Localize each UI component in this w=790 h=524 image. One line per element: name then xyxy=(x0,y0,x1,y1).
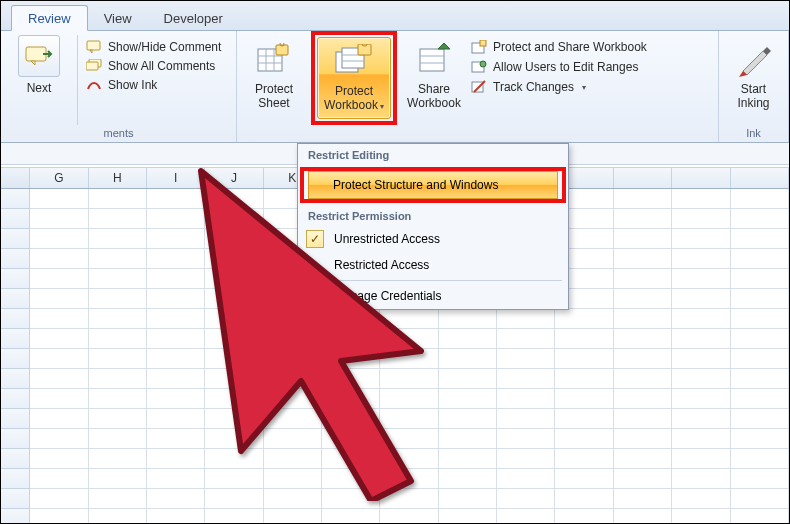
row-header[interactable] xyxy=(1,389,30,409)
cell[interactable] xyxy=(322,309,380,329)
cell[interactable] xyxy=(380,409,438,429)
cell[interactable] xyxy=(147,489,205,509)
cell[interactable] xyxy=(731,369,789,389)
show-ink-button[interactable]: Show Ink xyxy=(86,77,221,93)
column-header-blank[interactable] xyxy=(731,168,789,188)
cell[interactable] xyxy=(30,489,88,509)
cell[interactable] xyxy=(614,409,672,429)
cell[interactable] xyxy=(147,249,205,269)
cell[interactable] xyxy=(731,349,789,369)
row-header[interactable] xyxy=(1,209,30,229)
protect-sheet-button[interactable]: ProtectSheet xyxy=(245,35,303,115)
cell[interactable] xyxy=(205,329,263,349)
cell[interactable] xyxy=(731,509,789,523)
cell[interactable] xyxy=(322,429,380,449)
cell[interactable] xyxy=(672,349,730,369)
cell[interactable] xyxy=(672,189,730,209)
cell[interactable] xyxy=(614,309,672,329)
cell[interactable] xyxy=(380,469,438,489)
cell[interactable] xyxy=(731,189,789,209)
cell[interactable] xyxy=(30,249,88,269)
cell[interactable] xyxy=(205,249,263,269)
cell[interactable] xyxy=(30,289,88,309)
cell[interactable] xyxy=(322,369,380,389)
cell[interactable] xyxy=(497,309,555,329)
cell[interactable] xyxy=(30,469,88,489)
cell[interactable] xyxy=(147,209,205,229)
cell[interactable] xyxy=(614,229,672,249)
cell[interactable] xyxy=(89,289,147,309)
row-header[interactable] xyxy=(1,429,30,449)
cell[interactable] xyxy=(672,209,730,229)
cell[interactable] xyxy=(147,309,205,329)
cell[interactable] xyxy=(147,429,205,449)
cell[interactable] xyxy=(672,289,730,309)
row-header[interactable] xyxy=(1,309,30,329)
cell[interactable] xyxy=(497,489,555,509)
cell[interactable] xyxy=(555,409,613,429)
row-header[interactable] xyxy=(1,369,30,389)
column-header-blank[interactable] xyxy=(614,168,672,188)
cell[interactable] xyxy=(89,469,147,489)
cell[interactable] xyxy=(205,509,263,523)
cell[interactable] xyxy=(264,309,322,329)
cell[interactable] xyxy=(555,389,613,409)
cell[interactable] xyxy=(205,409,263,429)
cell[interactable] xyxy=(264,429,322,449)
cell[interactable] xyxy=(264,489,322,509)
cell[interactable] xyxy=(30,409,88,429)
protect-and-share-button[interactable]: Protect and Share Workbook xyxy=(471,39,647,55)
start-inking-button[interactable]: StartInking xyxy=(727,35,780,115)
cell[interactable] xyxy=(322,509,380,523)
cell[interactable] xyxy=(205,469,263,489)
cell[interactable] xyxy=(322,449,380,469)
cell[interactable] xyxy=(614,189,672,209)
cell[interactable] xyxy=(89,189,147,209)
cell[interactable] xyxy=(147,389,205,409)
cell[interactable] xyxy=(672,329,730,349)
row-header[interactable] xyxy=(1,269,30,289)
select-all-corner[interactable] xyxy=(1,168,30,188)
cell[interactable] xyxy=(30,309,88,329)
cell[interactable] xyxy=(30,229,88,249)
cell[interactable] xyxy=(614,449,672,469)
menu-unrestricted-access[interactable]: ✓ Unrestricted Access xyxy=(298,226,568,252)
cell[interactable] xyxy=(672,449,730,469)
row-header[interactable] xyxy=(1,229,30,249)
cell[interactable] xyxy=(497,329,555,349)
cell[interactable] xyxy=(731,309,789,329)
cell[interactable] xyxy=(614,269,672,289)
share-workbook-button[interactable]: ShareWorkbook xyxy=(405,35,463,115)
cell[interactable] xyxy=(322,409,380,429)
column-header-H[interactable]: H xyxy=(89,168,147,188)
cell[interactable] xyxy=(555,449,613,469)
cell[interactable] xyxy=(731,209,789,229)
cell[interactable] xyxy=(89,389,147,409)
cell[interactable] xyxy=(614,509,672,523)
cell[interactable] xyxy=(614,389,672,409)
next-comment-button[interactable] xyxy=(18,35,60,77)
cell[interactable] xyxy=(147,269,205,289)
cell[interactable] xyxy=(614,369,672,389)
menu-protect-structure-windows[interactable]: Protect Structure and Windows xyxy=(308,171,558,199)
cell[interactable] xyxy=(89,209,147,229)
cell[interactable] xyxy=(380,349,438,369)
column-header-J[interactable]: J xyxy=(205,168,263,188)
allow-users-edit-button[interactable]: Allow Users to Edit Ranges xyxy=(471,59,647,75)
cell[interactable] xyxy=(205,269,263,289)
cell[interactable] xyxy=(672,509,730,523)
cell[interactable] xyxy=(322,349,380,369)
cell[interactable] xyxy=(205,389,263,409)
cell[interactable] xyxy=(672,229,730,249)
cell[interactable] xyxy=(147,329,205,349)
cell[interactable] xyxy=(205,449,263,469)
cell[interactable] xyxy=(555,509,613,523)
cell[interactable] xyxy=(672,409,730,429)
cell[interactable] xyxy=(439,329,497,349)
cell[interactable] xyxy=(205,189,263,209)
track-changes-button[interactable]: Track Changes▾ xyxy=(471,79,647,95)
cell[interactable] xyxy=(614,349,672,369)
cell[interactable] xyxy=(264,409,322,429)
cell[interactable] xyxy=(555,489,613,509)
cell[interactable] xyxy=(731,389,789,409)
